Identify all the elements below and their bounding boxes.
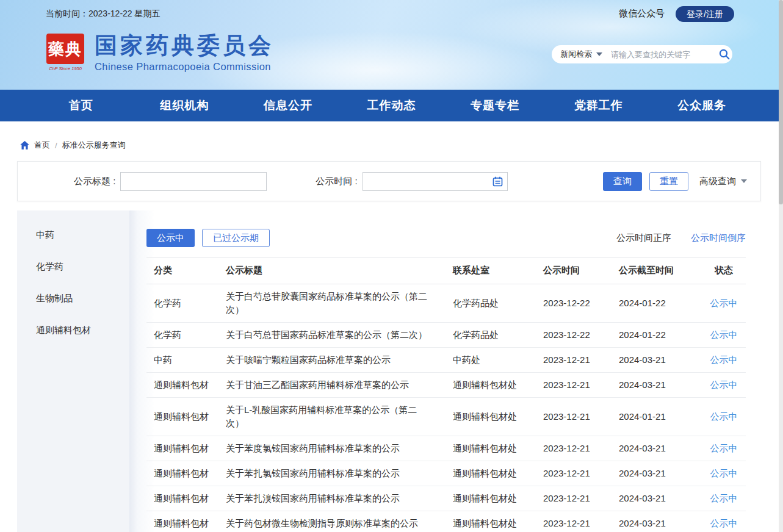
- cell-status[interactable]: 公示中: [698, 511, 746, 532]
- sidebar-item-2[interactable]: 化学药: [17, 251, 129, 282]
- cell-status[interactable]: 公示中: [698, 461, 746, 486]
- cell-title[interactable]: 关于咳喘宁颗粒国家药品标准草案的公示: [218, 348, 446, 373]
- table-row: 通则辅料包材关于苯扎氯铵国家药用辅料标准草案的公示通则辅料包材处2023-12-…: [146, 461, 746, 486]
- home-icon[interactable]: [20, 141, 29, 149]
- announcement-table: 分类 公示标题 联系处室 公示时间 公示截至时间 状态 化学药关于白芍总苷胶囊国…: [146, 257, 746, 532]
- sidebar-item-3[interactable]: 生物制品: [17, 282, 129, 314]
- wechat-link[interactable]: 微信公众号: [619, 8, 665, 20]
- scrollbar-track[interactable]: [779, 0, 783, 532]
- cell-category: 中药: [146, 348, 218, 373]
- column-header-office: 联系处室: [446, 257, 536, 284]
- table-row: 通则辅料包材关于苯度氯铵国家药用辅料标准草案的公示通则辅料包材处2023-12-…: [146, 436, 746, 461]
- results-toolbar: 公示中 已过公示期 公示时间正序 公示时间倒序: [146, 229, 746, 247]
- scrollbar-thumb[interactable]: [779, 0, 783, 204]
- table-row: 通则辅料包材关于甘油三乙酯国家药用辅料标准草案的公示通则辅料包材处2023-12…: [146, 373, 746, 398]
- column-header-date: 公示时间: [536, 257, 612, 284]
- cell-date: 2023-12-21: [536, 348, 612, 373]
- cell-title[interactable]: 关于L-乳酸国家药用辅料标准草案的公示（第二次）: [218, 398, 446, 436]
- chevron-down-icon[interactable]: [596, 52, 602, 56]
- cell-date: 2023-12-21: [536, 461, 612, 486]
- site-header: 当前时间：2023-12-22 星期五 微信公众号 登录/注册 藥典 ChP S…: [0, 0, 783, 90]
- nav-item-4[interactable]: 工作动态: [340, 98, 444, 113]
- sort-time-descending[interactable]: 公示时间倒序: [691, 232, 746, 244]
- filter-panel: 公示标题 : 公示时间 : 查询 重置 高级查询: [17, 161, 761, 201]
- nav-item-6[interactable]: 党群工作: [547, 98, 651, 113]
- cell-title[interactable]: 关于白芍总苷胶囊国家药品标准草案的公示（第二次）: [218, 284, 446, 323]
- time-filter-input[interactable]: [363, 172, 508, 191]
- time-filter-label: 公示时间 :: [316, 176, 357, 187]
- cell-title[interactable]: 关于药包材微生物检测指导原则标准草案的公示: [218, 511, 446, 532]
- cell-office: 通则辅料包材处: [446, 461, 536, 486]
- table-row: 中药关于咳喘宁颗粒国家药品标准草案的公示中药处2023-12-212024-03…: [146, 348, 746, 373]
- reset-button[interactable]: 重置: [649, 172, 688, 191]
- cell-status[interactable]: 公示中: [698, 373, 746, 398]
- nav-item-2[interactable]: 组织机构: [133, 98, 237, 113]
- table-row: 化学药关于白芍总苷国家药品标准草案的公示（第二次）化学药品处2023-12-22…: [146, 323, 746, 348]
- tab-in-announcement[interactable]: 公示中: [146, 229, 195, 247]
- nav-item-5[interactable]: 专题专栏: [443, 98, 547, 113]
- title-filter-label: 公示标题 :: [74, 176, 115, 187]
- cell-title[interactable]: 关于苯度氯铵国家药用辅料标准草案的公示: [218, 436, 446, 461]
- sidebar-item-4[interactable]: 通则辅料包材: [17, 314, 129, 346]
- breadcrumb-separator: /: [55, 141, 57, 150]
- results-panel: 公示中 已过公示期 公示时间正序 公示时间倒序 分类 公示标题 联系处室 公示时…: [129, 210, 761, 532]
- cell-office: 化学药品处: [446, 323, 536, 348]
- table-row: 化学药关于白芍总苷胶囊国家药品标准草案的公示（第二次）化学药品处2023-12-…: [146, 284, 746, 323]
- top-bar: 当前时间：2023-12-22 星期五 微信公众号 登录/注册: [0, 5, 783, 23]
- cell-deadline: 2024-03-21: [612, 461, 698, 486]
- cell-deadline: 2024-03-21: [612, 348, 698, 373]
- cell-deadline: 2024-01-22: [612, 323, 698, 348]
- cell-status[interactable]: 公示中: [698, 323, 746, 348]
- cell-date: 2023-12-21: [536, 486, 612, 511]
- sidebar-item-1[interactable]: 中药: [17, 219, 129, 251]
- brand: 藥典 ChP Since 1950 国家药典委员会 Chinese Pharma…: [46, 34, 274, 73]
- cell-deadline: 2024-03-21: [612, 436, 698, 461]
- cell-category: 化学药: [146, 284, 218, 323]
- advanced-search-label: 高级查询: [699, 176, 736, 187]
- cell-date: 2023-12-21: [536, 436, 612, 461]
- tab-expired-announcement[interactable]: 已过公示期: [202, 229, 270, 247]
- search-input[interactable]: [611, 50, 718, 59]
- category-sidebar: 中药化学药生物制品通则辅料包材: [17, 210, 129, 532]
- column-header-title: 公示标题: [218, 257, 446, 284]
- cell-office: 通则辅料包材处: [446, 398, 536, 436]
- cell-status[interactable]: 公示中: [698, 486, 746, 511]
- table-row: 通则辅料包材关于药包材微生物检测指导原则标准草案的公示通则辅料包材处2023-1…: [146, 511, 746, 532]
- cell-status[interactable]: 公示中: [698, 398, 746, 436]
- cell-status[interactable]: 公示中: [698, 284, 746, 323]
- cell-date: 2023-12-21: [536, 373, 612, 398]
- main-nav: 首页组织机构信息公开工作动态专题专栏党群工作公众服务: [0, 90, 783, 121]
- cell-category: 通则辅料包材: [146, 436, 218, 461]
- query-button[interactable]: 查询: [603, 172, 642, 191]
- title-filter-input[interactable]: [120, 172, 267, 191]
- cell-deadline: 2024-01-21: [612, 398, 698, 436]
- cell-status[interactable]: 公示中: [698, 436, 746, 461]
- sort-time-ascending[interactable]: 公示时间正序: [616, 232, 671, 244]
- column-header-category: 分类: [146, 257, 218, 284]
- chp-seal-logo: 藥典 ChP Since 1950: [46, 34, 85, 73]
- site-title-cn: 国家药典委员会: [95, 34, 274, 59]
- cell-category: 通则辅料包材: [146, 373, 218, 398]
- cell-office: 通则辅料包材处: [446, 486, 536, 511]
- nav-item-7[interactable]: 公众服务: [650, 98, 754, 113]
- advanced-search-toggle[interactable]: 高级查询: [699, 176, 747, 187]
- cell-deadline: 2024-03-21: [612, 373, 698, 398]
- nav-item-1[interactable]: 首页: [29, 98, 133, 113]
- search-category-select[interactable]: 新闻检索: [560, 49, 592, 60]
- cell-title[interactable]: 关于苯扎溴铵国家药用辅料标准草案的公示: [218, 486, 446, 511]
- cell-title[interactable]: 关于白芍总苷国家药品标准草案的公示（第二次）: [218, 323, 446, 348]
- login-register-button[interactable]: 登录/注册: [676, 6, 734, 23]
- cell-office: 通则辅料包材处: [446, 373, 536, 398]
- breadcrumb-home[interactable]: 首页: [34, 140, 50, 151]
- cell-status[interactable]: 公示中: [698, 348, 746, 373]
- cell-date: 2023-12-21: [536, 511, 612, 532]
- calendar-icon[interactable]: [493, 176, 503, 187]
- nav-item-3[interactable]: 信息公开: [236, 98, 340, 113]
- current-time: 当前时间：2023-12-22 星期五: [46, 9, 161, 20]
- breadcrumb-current: 标准公示服务查询: [62, 140, 126, 151]
- site-title-en: Chinese Pharmacopoeia Commission: [95, 61, 274, 73]
- cell-title[interactable]: 关于甘油三乙酯国家药用辅料标准草案的公示: [218, 373, 446, 398]
- cell-office: 中药处: [446, 348, 536, 373]
- search-icon[interactable]: [718, 48, 731, 60]
- cell-title[interactable]: 关于苯扎氯铵国家药用辅料标准草案的公示: [218, 461, 446, 486]
